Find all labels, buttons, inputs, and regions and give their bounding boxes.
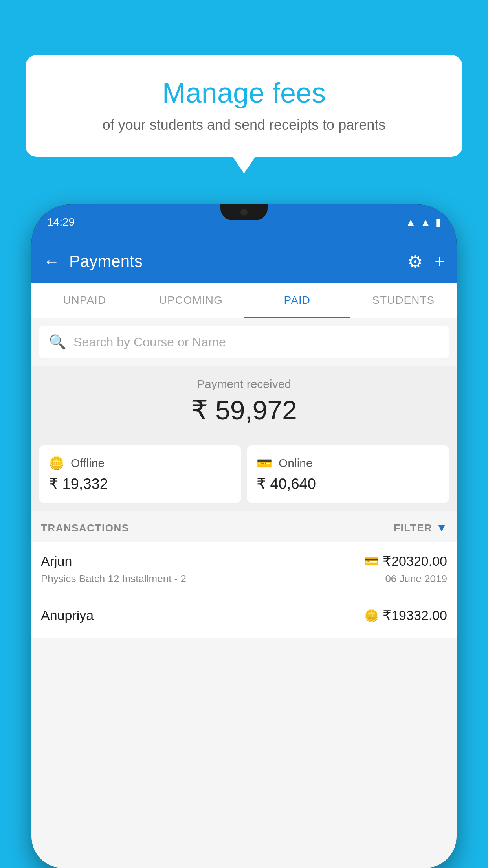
offline-card-header: 🪙 Offline: [49, 456, 231, 471]
search-input[interactable]: Search by Course or Name: [73, 335, 226, 349]
wifi-icon: ▲: [406, 216, 416, 228]
transaction-item-arjun[interactable]: Arjun 💳 ₹20320.00 Physics Batch 12 Insta…: [31, 542, 457, 596]
speech-bubble: Manage fees of your students and send re…: [26, 55, 462, 157]
payment-amount: ₹ 59,972: [39, 395, 449, 426]
transaction-type-icon-2: 🪙: [364, 609, 379, 622]
offline-label: Offline: [71, 456, 105, 470]
online-icon: 💳: [257, 456, 272, 471]
status-icons: ▲ ▲ ▮: [406, 216, 441, 228]
payment-received-section: Payment received ₹ 59,972: [31, 366, 457, 438]
phone-container: 14:29 ▲ ▲ ▮ ← Payments ⚙ + UNPAID: [31, 204, 457, 868]
camera-dot: [240, 209, 248, 216]
transaction-course: Physics Batch 12 Installment - 2: [41, 573, 186, 585]
app-title: Payments: [69, 252, 407, 271]
add-icon[interactable]: +: [435, 252, 445, 271]
online-payment-card: 💳 Online ₹ 40,640: [247, 445, 449, 503]
transaction-item-anupriya[interactable]: Anupriya 🪙 ₹19332.00: [31, 596, 457, 638]
offline-icon: 🪙: [49, 456, 64, 471]
tab-unpaid[interactable]: UNPAID: [31, 283, 138, 318]
payment-cards: 🪙 Offline ₹ 19,332 💳 Online ₹ 40,640: [31, 438, 457, 511]
transactions-header: TRANSACTIONS FILTER ▼: [31, 511, 457, 542]
transaction-amount-container: 💳 ₹20320.00: [364, 553, 447, 569]
transaction-amount-container-2: 🪙 ₹19332.00: [364, 607, 447, 623]
speech-bubble-container: Manage fees of your students and send re…: [26, 55, 462, 157]
filter-icon: ▼: [436, 522, 447, 534]
battery-icon: ▮: [435, 216, 441, 228]
phone-frame: 14:29 ▲ ▲ ▮ ← Payments ⚙ + UNPAID: [31, 204, 457, 868]
transaction-amount-2: ₹19332.00: [383, 607, 447, 623]
filter-container[interactable]: FILTER ▼: [394, 522, 447, 534]
transaction-date: 06 June 2019: [385, 573, 447, 585]
transaction-top-row: Arjun 💳 ₹20320.00: [41, 553, 447, 569]
settings-icon[interactable]: ⚙: [407, 252, 423, 272]
payment-received-label: Payment received: [39, 377, 449, 391]
transaction-type-icon: 💳: [364, 554, 379, 568]
app-bar: ← Payments ⚙ +: [31, 240, 457, 283]
transaction-amount: ₹20320.00: [383, 553, 447, 569]
offline-amount: ₹ 19,332: [49, 475, 231, 493]
search-bar[interactable]: 🔍 Search by Course or Name: [39, 326, 449, 358]
search-icon: 🔍: [49, 334, 66, 350]
online-label: Online: [279, 456, 313, 470]
signal-icon: ▲: [420, 216, 431, 228]
offline-payment-card: 🪙 Offline ₹ 19,332: [39, 445, 241, 503]
online-card-header: 💳 Online: [257, 456, 439, 471]
tab-paid[interactable]: PAID: [244, 283, 350, 318]
filter-label: FILTER: [394, 522, 432, 534]
status-time: 14:29: [47, 216, 75, 228]
status-bar: 14:29 ▲ ▲ ▮: [31, 204, 457, 240]
transaction-bottom-row: Physics Batch 12 Installment - 2 06 June…: [41, 573, 447, 585]
transaction-name: Arjun: [41, 554, 72, 569]
tab-upcoming[interactable]: UPCOMING: [138, 283, 244, 318]
notch: [220, 204, 268, 220]
content-area: 🔍 Search by Course or Name Payment recei…: [31, 318, 457, 868]
tabs: UNPAID UPCOMING PAID STUDENTS: [31, 283, 457, 318]
bubble-title: Manage fees: [49, 77, 439, 109]
tab-students[interactable]: STUDENTS: [350, 283, 457, 318]
transaction-name-2: Anupriya: [41, 608, 94, 623]
back-button[interactable]: ←: [43, 252, 60, 271]
bubble-subtitle: of your students and send receipts to pa…: [49, 117, 439, 133]
online-amount: ₹ 40,640: [257, 475, 439, 493]
app-bar-actions: ⚙ +: [407, 252, 445, 272]
transactions-label: TRANSACTIONS: [41, 522, 129, 534]
transaction-top-row-2: Anupriya 🪙 ₹19332.00: [41, 607, 447, 623]
